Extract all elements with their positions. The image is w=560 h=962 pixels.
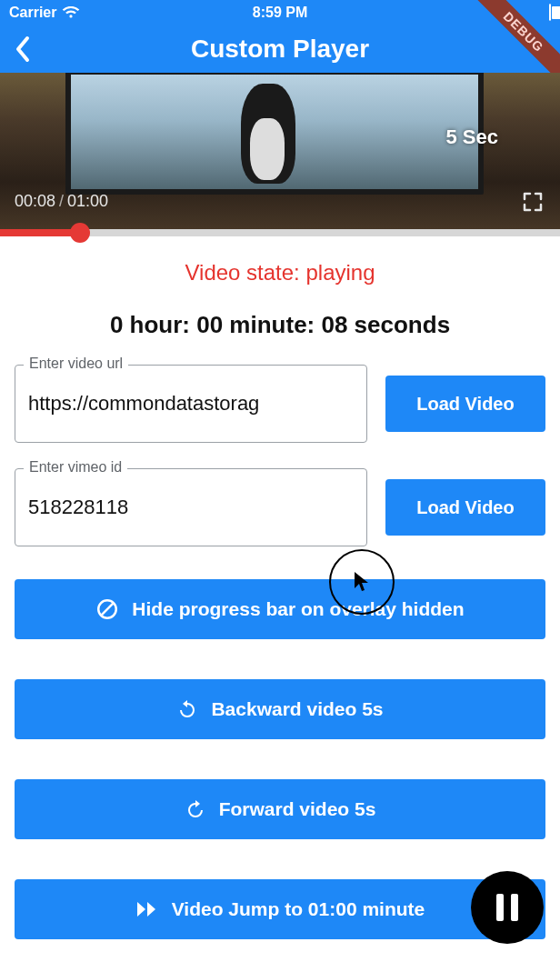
video-frame-art xyxy=(230,84,307,188)
pause-icon xyxy=(496,894,518,921)
vimeo-id-label: Enter vimeo id xyxy=(24,459,127,476)
url-row: Enter video url Load Video xyxy=(15,365,545,443)
vimeo-row: Enter vimeo id Load Video xyxy=(15,468,545,546)
progress-fill xyxy=(0,229,80,236)
svg-line-1 xyxy=(101,603,114,616)
fullscreen-button[interactable] xyxy=(522,191,544,213)
video-url-input[interactable] xyxy=(15,365,367,443)
carrier-label: Carrier xyxy=(9,5,56,21)
hide-progress-button[interactable]: Hide progress bar on overlay hidden xyxy=(15,579,545,639)
video-player[interactable]: 5 Sec 00:08 / 01:00 xyxy=(0,73,560,229)
jump-label: Video Jump to 01:00 minute xyxy=(172,898,425,920)
status-left: Carrier xyxy=(9,5,80,21)
vimeo-id-input[interactable] xyxy=(15,468,367,546)
fullscreen-icon xyxy=(522,191,544,213)
chevron-left-icon xyxy=(14,35,32,63)
fast-forward-icon xyxy=(135,900,159,918)
backward-label: Backward video 5s xyxy=(211,698,383,720)
vimeo-id-field: Enter vimeo id xyxy=(15,468,367,546)
video-timestamp-label: 0 hour: 00 minute: 08 seconds xyxy=(15,311,545,339)
progress-thumb[interactable] xyxy=(70,223,90,243)
app-root: Carrier 8:59 PM Custom Player DEBUG 5 Se… xyxy=(0,0,560,962)
replay-icon xyxy=(176,698,198,720)
back-button[interactable] xyxy=(0,25,45,73)
backward-button[interactable]: Backward video 5s xyxy=(15,679,545,739)
video-url-field: Enter video url xyxy=(15,365,367,443)
video-elapsed: 00:08 xyxy=(15,192,55,211)
pause-fab[interactable] xyxy=(471,871,544,944)
forward-label: Forward video 5s xyxy=(219,798,376,820)
time-separator: / xyxy=(59,192,64,211)
hide-progress-label: Hide progress bar on overlay hidden xyxy=(132,598,464,620)
status-bar: Carrier 8:59 PM xyxy=(0,0,560,25)
content-area: Video state: playing 0 hour: 00 minute: … xyxy=(0,236,560,939)
battery-icon xyxy=(549,5,551,21)
wifi-icon xyxy=(62,6,80,19)
forward-icon xyxy=(185,798,206,820)
load-vimeo-button[interactable]: Load Video xyxy=(385,479,545,536)
video-screen xyxy=(65,73,484,195)
load-url-button[interactable]: Load Video xyxy=(385,376,545,432)
video-state-label: Video state: playing xyxy=(15,260,545,286)
jump-button[interactable]: Video Jump to 01:00 minute xyxy=(15,879,545,939)
disabled-circle-icon xyxy=(95,597,119,621)
video-duration: 01:00 xyxy=(67,192,108,211)
forward-button[interactable]: Forward video 5s xyxy=(15,779,545,839)
video-progress-bar[interactable] xyxy=(0,229,560,236)
status-time: 8:59 PM xyxy=(253,5,307,21)
video-time-display: 00:08 / 01:00 xyxy=(15,192,108,211)
page-title: Custom Player xyxy=(191,35,369,64)
seek-hint-label: 5 Sec xyxy=(446,125,499,149)
status-right xyxy=(549,5,551,21)
video-url-label: Enter video url xyxy=(24,356,128,372)
nav-bar: Custom Player xyxy=(0,25,560,73)
